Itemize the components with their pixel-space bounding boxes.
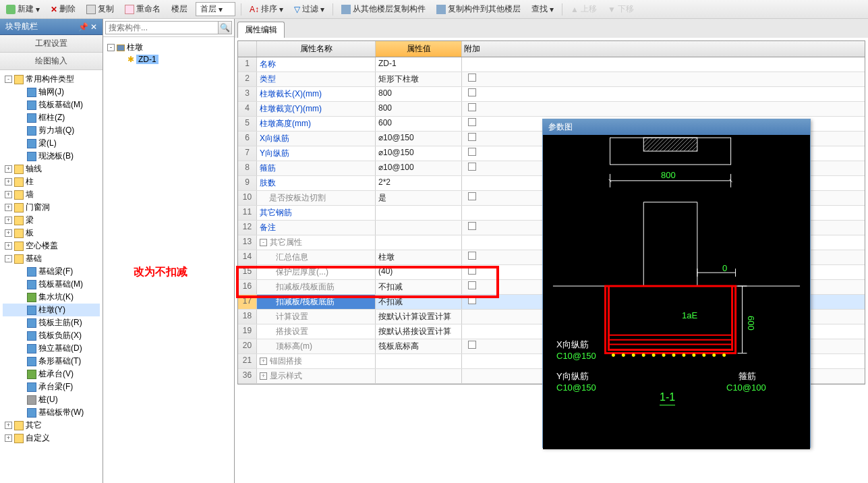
property-value[interactable] <box>376 206 462 220</box>
nav-tree-item[interactable]: 筏板基础(M) <box>3 98 100 111</box>
property-extra[interactable] <box>462 339 482 353</box>
nav-menu-project[interactable]: 工程设置 <box>0 35 103 53</box>
property-value[interactable] <box>376 369 462 383</box>
property-value[interactable] <box>376 354 462 368</box>
property-value[interactable]: 2*2 <box>376 176 462 190</box>
nav-tree-item[interactable]: +柱 <box>3 175 100 188</box>
property-value[interactable]: ⌀10@150 <box>376 146 462 161</box>
expander-icon[interactable]: + <box>5 434 12 442</box>
expander-icon[interactable]: + <box>5 165 12 173</box>
property-extra[interactable] <box>462 310 482 324</box>
pin-icon[interactable]: 📌 ✕ <box>78 22 97 32</box>
expander-icon[interactable]: - <box>5 76 12 83</box>
checkbox[interactable] <box>468 74 476 82</box>
property-value[interactable] <box>376 221 462 235</box>
property-value[interactable]: ZD-1 <box>376 57 462 72</box>
property-value[interactable]: 筏板底标高 <box>376 339 462 353</box>
property-extra[interactable] <box>462 161 482 175</box>
property-value[interactable]: 是 <box>376 191 462 205</box>
property-value[interactable]: 800 <box>376 102 462 116</box>
floor-select[interactable]: 首层▾ <box>196 2 235 16</box>
property-value[interactable]: (40) <box>376 265 462 279</box>
property-value[interactable]: ⌀10@100 <box>376 161 462 175</box>
property-extra[interactable] <box>462 354 482 368</box>
nav-tree-item[interactable]: 框柱(Z) <box>3 111 100 124</box>
checkbox[interactable] <box>468 148 476 156</box>
checkbox[interactable] <box>468 296 476 304</box>
property-extra[interactable] <box>462 369 482 383</box>
comp-tree-root[interactable]: - 柱墩 <box>107 41 230 54</box>
property-extra[interactable] <box>462 176 482 190</box>
sort-button[interactable]: A↕ 排序▾ <box>247 2 286 16</box>
nav-tree-item[interactable]: 独立基础(D) <box>3 342 100 355</box>
nav-tree-item[interactable]: +墙 <box>3 188 100 201</box>
nav-tree-item[interactable]: 集水坑(K) <box>3 291 100 304</box>
property-row[interactable]: 2 类型 矩形下柱墩 <box>238 72 865 87</box>
property-extra[interactable] <box>462 265 482 279</box>
nav-tree-item[interactable]: 承台梁(F) <box>3 380 100 393</box>
nav-tree-item[interactable]: +空心楼盖 <box>3 239 100 252</box>
nav-tree-item[interactable]: 基础板带(W) <box>3 406 100 419</box>
property-extra[interactable] <box>462 250 482 264</box>
property-extra[interactable] <box>462 221 482 235</box>
checkbox[interactable] <box>468 88 476 96</box>
checkbox[interactable] <box>468 281 476 289</box>
rename-button[interactable]: 重命名 <box>122 2 163 16</box>
nav-tree-item[interactable]: -基础 <box>3 252 100 265</box>
checkbox[interactable] <box>468 222 476 230</box>
property-row[interactable]: 4 柱墩截宽(Y)(mm) 800 <box>238 102 865 117</box>
expander-icon[interactable]: - <box>107 44 115 51</box>
filter-button[interactable]: ▽ 过滤▾ <box>291 2 327 16</box>
property-value[interactable]: 不扣减 <box>376 280 462 294</box>
nav-tree-item[interactable]: 柱墩(Y) <box>3 304 100 316</box>
property-value[interactable]: 不扣减 <box>376 295 462 309</box>
nav-tree-item[interactable]: +梁 <box>3 214 100 227</box>
property-extra[interactable] <box>462 72 482 86</box>
expander-icon[interactable]: + <box>5 229 12 237</box>
nav-tree-item[interactable]: -常用构件类型 <box>3 73 100 86</box>
nav-tree-item[interactable]: 剪力墙(Q) <box>3 124 100 137</box>
nav-tree-item[interactable]: 现浇板(B) <box>3 150 100 163</box>
property-value[interactable]: 600 <box>376 117 462 131</box>
nav-menu-drawing[interactable]: 绘图输入 <box>0 53 103 70</box>
property-extra[interactable] <box>462 146 482 161</box>
property-value[interactable]: ⌀10@150 <box>376 132 462 146</box>
checkbox[interactable] <box>468 133 476 141</box>
checkbox[interactable] <box>468 341 476 349</box>
property-value[interactable]: 按默认计算设置计算 <box>376 310 462 324</box>
property-value[interactable]: 柱墩 <box>376 250 462 264</box>
expander-icon[interactable]: + <box>5 204 12 211</box>
nav-tree-item[interactable]: +轴线 <box>3 163 100 175</box>
nav-tree-item[interactable]: 基础梁(F) <box>3 265 100 278</box>
checkbox[interactable] <box>468 252 476 260</box>
tab-property-edit[interactable]: 属性编辑 <box>237 22 285 38</box>
new-button[interactable]: 新建▾ <box>3 2 42 16</box>
nav-tree-item[interactable]: 筏板负筋(X) <box>3 329 100 342</box>
property-extra[interactable] <box>462 132 482 146</box>
nav-tree[interactable]: -常用构件类型轴网(J)筏板基础(M)框柱(Z)剪力墙(Q)梁(L)现浇板(B)… <box>0 70 103 483</box>
property-extra[interactable] <box>462 57 482 72</box>
property-value[interactable]: 按默认搭接设置计算 <box>376 324 462 339</box>
delete-button[interactable]: ✕ 删除 <box>48 2 78 16</box>
nav-tree-item[interactable]: 筏板基础(M) <box>3 278 100 291</box>
property-extra[interactable] <box>462 295 482 309</box>
property-extra[interactable] <box>462 324 482 339</box>
checkbox[interactable] <box>468 163 476 171</box>
expander-icon[interactable]: - <box>5 255 12 262</box>
nav-tree-item[interactable]: +自定义 <box>3 432 100 445</box>
property-extra[interactable] <box>462 102 482 116</box>
nav-tree-item[interactable]: 梁(L) <box>3 137 100 150</box>
comp-tree-item[interactable]: ✱ ZD-1 <box>107 54 230 65</box>
property-extra[interactable] <box>462 117 482 131</box>
checkbox[interactable] <box>468 266 476 275</box>
col-value-header[interactable]: 属性值 <box>376 41 462 57</box>
property-extra[interactable] <box>462 235 482 250</box>
property-value[interactable]: 800 <box>376 87 462 101</box>
property-row[interactable]: 3 柱墩截长(X)(mm) 800 <box>238 87 865 102</box>
nav-tree-item[interactable]: 条形基础(T) <box>3 355 100 368</box>
nav-tree-item[interactable]: 桩承台(V) <box>3 368 100 380</box>
expander-icon[interactable]: + <box>5 242 12 250</box>
expander-icon[interactable]: + <box>5 422 12 429</box>
nav-tree-item[interactable]: +板 <box>3 227 100 239</box>
nav-tree-item[interactable]: 筏板主筋(R) <box>3 316 100 329</box>
